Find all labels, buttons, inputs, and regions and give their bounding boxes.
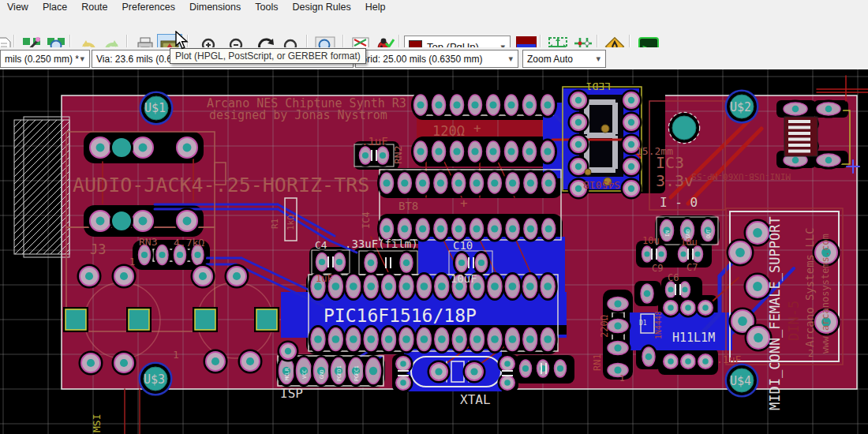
pcb-text: R1 — [270, 219, 280, 229]
svg-text:H11L1M: H11L1M — [672, 331, 715, 345]
svg-text:PIC16F1516/18P: PIC16F1516/18P — [324, 305, 477, 326]
svg-text:1: 1 — [619, 373, 625, 383]
pcb-rect — [788, 150, 810, 153]
svg-text:1: 1 — [173, 349, 179, 361]
pcb-round — [679, 352, 698, 372]
pcb-text: C6 — [668, 272, 679, 283]
pcb-text: J3 — [90, 241, 106, 257]
svg-text:I - 0: I - 0 — [660, 195, 698, 210]
pcb-round — [77, 264, 102, 289]
pcb-round — [79, 351, 103, 376]
pcb-text: U$2 — [730, 100, 751, 114]
svg-text:designed by Jonas Nystrom: designed by Jonas Nystrom — [209, 108, 387, 122]
pcb-text: RN1 — [592, 354, 603, 371]
svg-text:BT8: BT8 — [398, 200, 418, 212]
svg-text:MCLR: MCLR — [284, 368, 290, 380]
svg-text:RN3: RN3 — [139, 236, 157, 248]
pcb-text: D1 — [639, 320, 647, 327]
pcb-text: H11L1M — [672, 331, 715, 345]
pcb-round — [661, 352, 681, 372]
svg-text:220Ω: 220Ω — [599, 315, 610, 338]
svg-text:AUDIO-JACK4-.25-HORIZ-TRS: AUDIO-JACK4-.25-HORIZ-TRS — [73, 174, 369, 196]
pcb-text: U$3 — [144, 372, 165, 387]
svg-text:MSI: MSI — [91, 414, 103, 432]
pcb-text: GND — [319, 369, 325, 379]
pcb-text: 120Ω — [432, 123, 465, 139]
menu-tools[interactable]: Tools — [248, 1, 285, 13]
svg-text:C4: C4 — [315, 239, 327, 251]
svg-text:IC3: IC3 — [656, 153, 684, 172]
chevron-down-icon: ▾ — [80, 54, 84, 64]
svg-text:U$1: U$1 — [144, 101, 166, 115]
svg-text:+: + — [460, 196, 468, 211]
menu-dimensions[interactable]: Dimensions — [182, 1, 248, 13]
pcb-text: LED1 — [586, 80, 611, 92]
svg-text:C6: C6 — [668, 272, 679, 283]
svg-text:.1uF: .1uF — [716, 354, 741, 365]
grid-dropdown[interactable]: Grid: 25.00 mils (0.6350 mm)▾ — [355, 50, 518, 68]
pcb-text: MINI-USB-UX60-MP-5S — [691, 171, 791, 181]
pcb-rect — [587, 133, 615, 138]
pcb-text: RN3 — [139, 236, 157, 248]
pcb-text: PGED1 — [336, 365, 342, 381]
pcb-prow — [640, 345, 658, 369]
svg-text:MINI-USB-UX60-MP-5S: MINI-USB-UX60-MP-5S — [691, 171, 791, 181]
pcb-text: Arcano Systems LLC — [803, 227, 816, 347]
pcb-board-drawing: Arcano NES Chiptune Synth R3designed by … — [0, 69, 868, 434]
pcb-text: + — [460, 196, 468, 211]
pcb-round — [112, 264, 137, 289]
svg-text:C7: C7 — [687, 262, 698, 273]
pcb-text: .1uF — [361, 135, 388, 148]
pcb-round — [463, 361, 486, 383]
pcb-sq — [63, 307, 88, 332]
pcb-text: 1 — [129, 256, 135, 268]
pcb-text: BT8 — [398, 200, 418, 212]
parameter-toolbar: mils (0.250 mm) *▾Via: 23.6 mils (0.60 ▾… — [0, 47, 868, 70]
svg-text:.33uF(film): .33uF(film) — [345, 238, 418, 250]
pcb-round — [238, 350, 263, 374]
menu-view[interactable]: View — [0, 1, 36, 13]
pcb-rect — [788, 132, 810, 135]
pcb-circ — [585, 169, 591, 175]
pcb-text: IC4 — [361, 211, 372, 229]
pcb-round — [130, 135, 156, 161]
menu-design-rules[interactable]: Design Rules — [285, 1, 357, 13]
mount-hole — [669, 113, 699, 143]
pcb-round — [696, 298, 716, 318]
pcb-round — [88, 208, 114, 234]
svg-text:U$2: U$2 — [730, 100, 751, 114]
svg-text:.1uF: .1uF — [361, 135, 388, 148]
menu-help[interactable]: Help — [358, 1, 393, 13]
pcb-canvas[interactable]: Arcano NES Chiptune Synth R3designed by … — [0, 69, 868, 434]
pcb-text: PIC16F1516/18P — [324, 305, 477, 326]
pcb-text: OUT — [705, 229, 712, 238]
menu-route[interactable]: Route — [74, 1, 114, 13]
pcb-text: 1uF — [316, 273, 333, 284]
menu-place[interactable]: Place — [36, 1, 74, 13]
svg-text:2: 2 — [808, 348, 814, 359]
menu-preferences[interactable]: Preferences — [115, 1, 182, 13]
pcb-text: ISP — [280, 386, 303, 401]
plot-tooltip: Plot (HPGL, PostScript, or GERBER format… — [170, 48, 366, 64]
track-width-dropdown[interactable]: mils (0.250 mm) *▾ — [0, 50, 90, 68]
pcb-round — [112, 351, 137, 376]
svg-text:IN: IN — [664, 230, 671, 237]
svg-text:Arcano Systems LLC: Arcano Systems LLC — [803, 227, 816, 347]
pcb-rect — [788, 126, 810, 129]
svg-text:3.3v: 3.3v — [656, 171, 694, 190]
pcb-text: 2 — [808, 348, 814, 359]
svg-text:1uF: 1uF — [316, 273, 333, 284]
pcb-text: 3.3v — [656, 171, 694, 190]
pcb-text: 1 — [173, 349, 179, 361]
svg-text:10uF: 10uF — [451, 272, 477, 285]
svg-text:+: + — [473, 121, 481, 136]
pcb-text: C7 — [687, 262, 698, 273]
pcb-text: U$1 — [144, 101, 166, 115]
svg-text:4.7kΩ: 4.7kΩ — [174, 237, 204, 249]
pcb-round — [428, 361, 451, 383]
pcb-text: www.arcanosystems.com — [820, 234, 831, 354]
pcb-prow — [638, 282, 657, 306]
zoom-dropdown[interactable]: Zoom Auto▾ — [522, 50, 606, 68]
pcb-text: S4501B — [583, 179, 620, 191]
svg-text:MIDI_CONN_FEMALE_SUPPORT: MIDI_CONN_FEMALE_SUPPORT — [767, 216, 783, 410]
